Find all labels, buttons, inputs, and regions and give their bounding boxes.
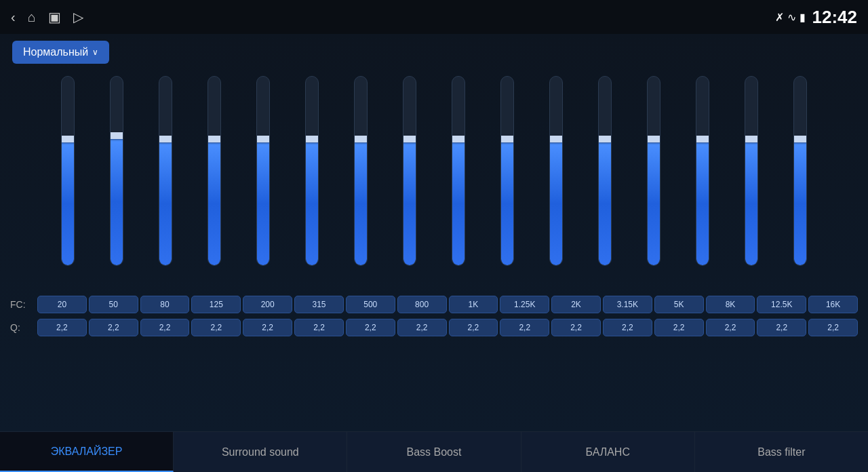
slider-2[interactable]: [141, 69, 190, 293]
slider-handle-2[interactable]: [159, 136, 172, 142]
slider-fill-1: [111, 139, 123, 265]
nav-tab-surround[interactable]: Surround sound: [174, 432, 347, 472]
q-btn-3[interactable]: 2,2: [191, 319, 241, 336]
slider-4[interactable]: [239, 69, 288, 293]
q-btn-15[interactable]: 2,2: [808, 319, 858, 336]
slider-fill-11: [599, 142, 611, 265]
slider-fill-6: [355, 142, 367, 265]
wifi-icon: ∿: [787, 11, 796, 24]
slider-handle-0[interactable]: [61, 136, 75, 142]
fc-btn-10[interactable]: 2K: [551, 296, 601, 313]
slider-11[interactable]: [580, 69, 629, 293]
fc-btn-4[interactable]: 200: [243, 296, 292, 313]
slider-track-12: [647, 76, 660, 266]
slider-13[interactable]: [678, 69, 727, 293]
q-btn-2[interactable]: 2,2: [140, 319, 190, 336]
slider-3[interactable]: [190, 69, 239, 293]
q-btn-0[interactable]: 2,2: [37, 319, 87, 336]
slider-handle-7[interactable]: [403, 136, 416, 142]
fc-buttons: 2050801252003155008001K1.25K2K3.15K5K8K1…: [37, 296, 858, 313]
eq-area: FC: 2050801252003155008001K1.25K2K3.15K5…: [0, 69, 868, 339]
slider-track-9: [500, 76, 514, 266]
fc-row: FC: 2050801252003155008001K1.25K2K3.15K5…: [7, 293, 861, 316]
status-bar: ‹ ⌂ ▣ ▷ ✗ ∿ ▮ 12:42: [0, 0, 868, 34]
q-btn-11[interactable]: 2,2: [603, 319, 652, 336]
slider-handle-11[interactable]: [598, 136, 612, 142]
slider-14[interactable]: [727, 69, 776, 293]
bluetooth-icon: ✗: [775, 11, 784, 24]
slider-handle-4[interactable]: [256, 136, 270, 142]
q-btn-5[interactable]: 2,2: [294, 319, 344, 336]
fc-btn-3[interactable]: 125: [191, 296, 241, 313]
back-icon[interactable]: ‹: [11, 9, 16, 25]
slider-track-4: [256, 76, 270, 266]
slider-8[interactable]: [434, 69, 483, 293]
fc-btn-15[interactable]: 16K: [808, 296, 858, 313]
nav-tab-equalizer[interactable]: ЭКВАЛАЙЗЕР: [0, 432, 174, 472]
fc-btn-13[interactable]: 8K: [706, 296, 755, 313]
fc-btn-11[interactable]: 3.15K: [603, 296, 652, 313]
preset-arrow: ∨: [92, 47, 98, 57]
q-btn-1[interactable]: 2,2: [89, 319, 138, 336]
fc-label: FC:: [10, 299, 37, 310]
q-btn-6[interactable]: 2,2: [346, 319, 395, 336]
slider-5[interactable]: [288, 69, 336, 293]
slider-handle-8[interactable]: [452, 136, 465, 142]
fc-btn-14[interactable]: 12.5K: [757, 296, 806, 313]
slider-handle-13[interactable]: [696, 136, 709, 142]
nav-tab-balance[interactable]: БАЛАНС: [521, 432, 695, 472]
preset-button[interactable]: Нормальный ∨: [12, 41, 109, 64]
fc-btn-7[interactable]: 800: [397, 296, 447, 313]
window-icon[interactable]: ▣: [48, 9, 61, 25]
slider-handle-15[interactable]: [793, 136, 807, 142]
q-btn-9[interactable]: 2,2: [500, 319, 549, 336]
slider-handle-5[interactable]: [305, 136, 319, 142]
slider-12[interactable]: [629, 69, 678, 293]
q-btn-7[interactable]: 2,2: [397, 319, 447, 336]
slider-track-1: [110, 76, 123, 266]
slider-track-6: [354, 76, 368, 266]
slider-handle-1[interactable]: [110, 132, 123, 139]
q-btn-14[interactable]: 2,2: [757, 319, 806, 336]
slider-fill-14: [745, 142, 757, 265]
fc-btn-1[interactable]: 50: [89, 296, 138, 313]
nav-controls: ‹ ⌂ ▣ ▷: [11, 9, 83, 25]
slider-fill-10: [550, 142, 562, 265]
fc-btn-6[interactable]: 500: [346, 296, 395, 313]
fc-btn-8[interactable]: 1K: [449, 296, 498, 313]
q-btn-13[interactable]: 2,2: [706, 319, 755, 336]
q-btn-10[interactable]: 2,2: [551, 319, 601, 336]
slider-9[interactable]: [483, 69, 532, 293]
slider-handle-12[interactable]: [647, 136, 660, 142]
slider-fill-2: [159, 142, 172, 265]
q-btn-12[interactable]: 2,2: [654, 319, 704, 336]
slider-handle-10[interactable]: [549, 136, 563, 142]
q-btn-4[interactable]: 2,2: [243, 319, 292, 336]
play-icon[interactable]: ▷: [73, 9, 83, 25]
q-buttons: 2,22,22,22,22,22,22,22,22,22,22,22,22,22…: [37, 319, 858, 336]
nav-tab-bassfilter[interactable]: Bass filter: [695, 432, 868, 472]
slider-fill-7: [403, 142, 416, 265]
slider-handle-9[interactable]: [500, 136, 514, 142]
slider-handle-14[interactable]: [745, 136, 758, 142]
slider-1[interactable]: [92, 69, 141, 293]
nav-tab-bassboost[interactable]: Bass Boost: [347, 432, 521, 472]
q-btn-8[interactable]: 2,2: [449, 319, 498, 336]
fc-btn-9[interactable]: 1.25K: [500, 296, 549, 313]
fc-btn-0[interactable]: 20: [37, 296, 87, 313]
slider-handle-3[interactable]: [208, 136, 221, 142]
signal-icons: ✗ ∿ ▮: [775, 11, 806, 24]
slider-15[interactable]: [776, 69, 825, 293]
slider-6[interactable]: [336, 69, 385, 293]
fc-btn-12[interactable]: 5K: [654, 296, 704, 313]
slider-track-3: [208, 76, 221, 266]
slider-fill-0: [62, 142, 74, 265]
home-icon[interactable]: ⌂: [28, 9, 36, 25]
fc-btn-5[interactable]: 315: [294, 296, 344, 313]
slider-7[interactable]: [385, 69, 434, 293]
fc-btn-2[interactable]: 80: [140, 296, 190, 313]
main-content: Нормальный ∨ FC: 2050801252003155008001K…: [0, 34, 868, 431]
slider-10[interactable]: [532, 69, 580, 293]
slider-0[interactable]: [43, 69, 92, 293]
slider-handle-6[interactable]: [354, 136, 368, 142]
